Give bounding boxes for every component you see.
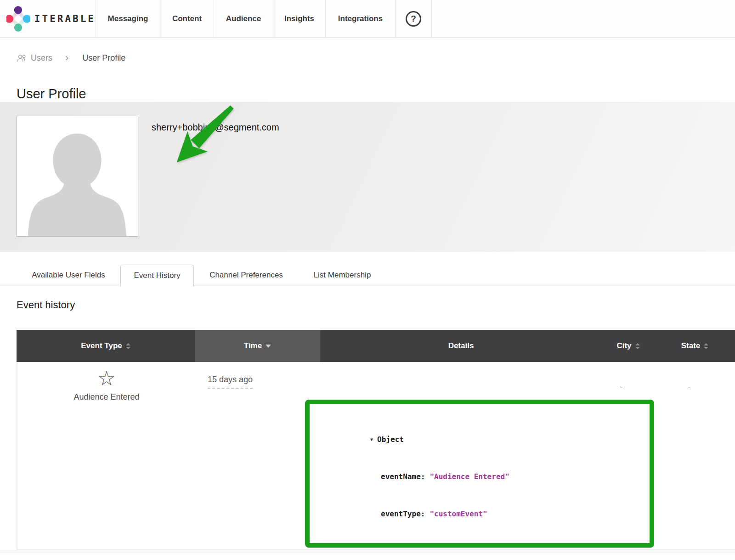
table-row: ☆ Audience Entered 15 days ago - - ▼Obje… [17,362,735,550]
event-table: Event Type Time Details City State [0,311,735,362]
star-icon: ☆ [17,368,196,390]
json-row-eventtype: eventType:"customEvent" [310,495,650,532]
person-silhouette-icon [17,116,138,236]
relative-time[interactable]: 15 days ago [208,375,253,389]
event-type-cell: ☆ Audience Entered [17,368,196,402]
json-root-label: Object [377,435,404,444]
city-value: - [615,382,628,391]
tab-event-history[interactable]: Event History [120,265,194,286]
nav-item-insights[interactable]: Insights [273,0,325,37]
iterable-diamond-icon [6,6,30,32]
event-table-header: Event Type Time Details City State [17,330,735,362]
sort-icon [126,343,130,349]
column-header-details: Details [320,330,602,362]
json-row-eventname: eventName:"Audience Entered" [310,458,650,495]
nav-item-content[interactable]: Content [160,0,214,37]
column-header-city[interactable]: City [602,330,655,362]
event-type-label: Audience Entered [17,392,196,402]
user-email: sherry+bobbins@segment.com [152,122,279,133]
sort-desc-icon [266,345,271,348]
page-title: User Profile [0,63,735,102]
help-icon: ? [406,11,421,27]
json-row-email: email:"sherry+bobbins@segment.com" [310,532,650,548]
help-button[interactable]: ? [395,0,432,37]
breadcrumb: Users › User Profile [0,38,735,63]
profile-hero: sherry+bobbins@segment.com [0,102,735,252]
time-cell: 15 days ago [182,375,278,389]
expand-triangle-icon[interactable]: ▼ [370,433,373,446]
page-bottom-strip [0,550,735,553]
breadcrumb-current: User Profile [82,53,125,63]
nav-item-integrations[interactable]: Integrations [325,0,395,37]
column-header-state[interactable]: State [655,330,735,362]
top-nav: ITERABLE Messaging Content Audience Insi… [0,0,735,38]
users-icon [17,54,27,62]
nav-item-messaging[interactable]: Messaging [96,0,160,37]
json-tree: ▼Object eventName:"Audience Entered" eve… [310,404,650,548]
state-value: - [682,382,696,391]
chevron-right-icon: › [65,53,68,63]
column-header-event-type[interactable]: Event Type [17,330,195,362]
tab-channel-preferences[interactable]: Channel Preferences [194,265,299,286]
breadcrumb-users-link[interactable]: Users [31,53,52,63]
nav-item-audience[interactable]: Audience [214,0,273,37]
avatar [17,116,138,237]
event-details-json-box: ▼Object eventName:"Audience Entered" eve… [305,400,654,548]
iterable-logo[interactable]: ITERABLE [0,0,96,37]
event-history-heading: Event history [0,286,735,311]
brand-name: ITERABLE [34,13,96,24]
tab-list-membership[interactable]: List Membership [299,265,386,286]
profile-tabs: Available User Fields Event History Chan… [0,252,735,286]
sort-icon [635,343,640,349]
tab-available-user-fields[interactable]: Available User Fields [17,265,120,286]
column-header-time[interactable]: Time [195,330,320,362]
sort-icon [704,343,708,349]
json-root-row: ▼Object [310,421,650,458]
